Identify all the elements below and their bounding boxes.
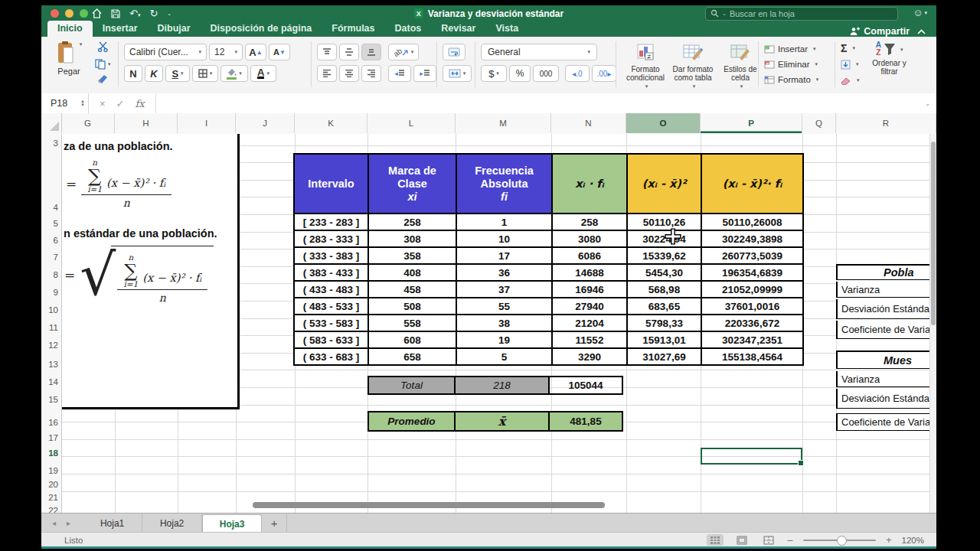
- merge-cells-button[interactable]: ▾: [443, 65, 472, 82]
- table-cell[interactable]: 21204: [552, 315, 627, 331]
- page-layout-view-icon[interactable]: [733, 534, 750, 546]
- row-header-7[interactable]: 7: [54, 253, 58, 262]
- column-header-n[interactable]: N: [551, 113, 626, 133]
- table-cell[interactable]: 31027,69: [627, 348, 701, 365]
- table-cell[interactable]: 50110,26008: [701, 214, 803, 230]
- decrease-indent-button[interactable]: ◂: [388, 65, 411, 82]
- grow-font-button[interactable]: A▲: [245, 44, 266, 60]
- tab-vista[interactable]: Vista: [485, 21, 528, 37]
- poblacion-varianza-cell[interactable]: Varianza: [836, 282, 936, 298]
- table-cell[interactable]: ( 283 - 333 ]: [294, 230, 368, 247]
- promedio-symbol-cell[interactable]: x̄: [454, 411, 550, 432]
- cancel-icon[interactable]: ×: [100, 98, 106, 109]
- tab-inicio[interactable]: Inicio: [47, 21, 93, 37]
- font-size-select[interactable]: 12▾: [209, 44, 243, 60]
- promedio-label-cell[interactable]: Promedio: [368, 411, 456, 432]
- row-header-17[interactable]: 17: [48, 433, 58, 442]
- number-format-select[interactable]: General▾: [481, 44, 597, 60]
- muestra-varianza-cell[interactable]: Varianza: [836, 371, 936, 387]
- borders-button[interactable]: ▾: [192, 65, 218, 82]
- selected-cell-p18[interactable]: [701, 448, 802, 465]
- percent-button[interactable]: %: [509, 65, 531, 82]
- table-cell[interactable]: 220336,672: [701, 315, 803, 331]
- table-cell[interactable]: 608: [368, 331, 456, 348]
- search-box[interactable]: ⌄ Buscar en la hoja: [705, 7, 898, 21]
- tab-dibujar[interactable]: Dibujar: [148, 21, 201, 37]
- poblacion-coeficiente-cell[interactable]: Coeficiente de Varia: [836, 321, 936, 339]
- shrink-font-button[interactable]: A▼: [269, 44, 290, 60]
- table-cell[interactable]: 14688: [552, 264, 627, 281]
- table-cell[interactable]: ( 483 - 533 ]: [294, 298, 368, 315]
- table-cell[interactable]: 408: [368, 264, 456, 281]
- row-header-16[interactable]: 16: [48, 418, 58, 427]
- zoom-slider[interactable]: [803, 540, 876, 541]
- table-cell[interactable]: 10: [456, 230, 552, 247]
- cut-icon[interactable]: [97, 41, 109, 55]
- copy-icon[interactable]: ▾: [95, 59, 111, 70]
- select-all-corner[interactable]: [41, 113, 62, 133]
- column-header-g[interactable]: G: [61, 113, 115, 133]
- thousands-button[interactable]: 000: [533, 65, 559, 82]
- table-cell[interactable]: 6086: [552, 247, 627, 264]
- tab-insertar[interactable]: Insertar: [93, 21, 148, 37]
- row-header-13[interactable]: 13: [48, 360, 58, 369]
- fill-handle[interactable]: [798, 460, 804, 466]
- muestra-title-cell[interactable]: Mues: [836, 350, 936, 369]
- table-cell[interactable]: 38: [456, 315, 552, 331]
- page-break-view-icon[interactable]: [760, 534, 777, 546]
- insert-cells-button[interactable]: Insertar▾: [764, 41, 818, 57]
- poblacion-title-cell[interactable]: Pobla: [836, 264, 936, 280]
- table-cell[interactable]: 5: [456, 348, 552, 365]
- align-left-button[interactable]: [317, 65, 337, 82]
- feedback-smiley-icon[interactable]: ☺▾: [913, 7, 927, 18]
- table-cell[interactable]: 36: [456, 264, 552, 281]
- wrap-text-button[interactable]: [443, 44, 466, 60]
- formula-bar-expand-icon[interactable]: ⌄: [925, 100, 936, 107]
- italic-button[interactable]: K: [145, 65, 163, 82]
- table-cell[interactable]: 658: [368, 348, 456, 365]
- column-header-q[interactable]: Q: [802, 113, 836, 133]
- table-cell[interactable]: 1: [456, 214, 552, 230]
- row-header-9[interactable]: 9: [54, 288, 58, 297]
- column-header-i[interactable]: I: [178, 113, 236, 133]
- table-cell[interactable]: 683,65: [627, 298, 701, 315]
- insert-function-icon[interactable]: fx: [136, 98, 145, 109]
- header-frecuencia[interactable]: FrecuenciaAbsolutafi: [456, 154, 552, 214]
- share-button[interactable]: Compartir: [849, 26, 910, 37]
- table-cell[interactable]: 17: [456, 247, 552, 264]
- row-header-3[interactable]: 3: [54, 139, 58, 148]
- table-cell[interactable]: ( 633 - 683 ]: [294, 348, 368, 365]
- row-header-18[interactable]: 18: [48, 448, 58, 458]
- table-cell[interactable]: 260773,5039: [701, 247, 803, 264]
- table-cell[interactable]: 558: [368, 315, 456, 331]
- horizontal-scrollbar-thumb[interactable]: [253, 502, 605, 508]
- home-icon[interactable]: [92, 8, 102, 18]
- underline-button[interactable]: S▾: [165, 65, 190, 82]
- format-as-table-button[interactable]: Dar formato como tabla▾: [669, 43, 717, 90]
- increase-decimal-button[interactable]: ◂.0: [565, 65, 590, 82]
- table-cell[interactable]: 302347,2351: [701, 331, 803, 348]
- muestra-coeficiente-cell[interactable]: Coeficiente de Varia: [836, 413, 936, 431]
- row-header-15[interactable]: 15: [48, 395, 58, 404]
- tab-datos[interactable]: Datos: [385, 21, 432, 37]
- align-middle-button[interactable]: [339, 44, 359, 60]
- autosum-button[interactable]: Σ▾: [841, 41, 860, 55]
- collapse-ribbon-icon[interactable]: [917, 26, 926, 37]
- table-cell[interactable]: 19: [456, 331, 552, 348]
- table-cell[interactable]: 5454,30: [627, 264, 701, 281]
- row-header-21[interactable]: 21: [48, 493, 58, 502]
- maximize-button[interactable]: [80, 9, 88, 18]
- column-header-h[interactable]: H: [115, 113, 178, 133]
- conditional-format-button[interactable]: ≠ Formato condicional▾: [622, 43, 669, 90]
- sheet-tab-hoja1[interactable]: Hoja1: [83, 514, 142, 533]
- table-cell[interactable]: 308: [368, 230, 456, 247]
- name-box[interactable]: P18 ▲▼: [41, 93, 89, 113]
- table-cell[interactable]: 258: [368, 214, 456, 230]
- table-cell[interactable]: 55: [456, 298, 552, 315]
- minimize-button[interactable]: [65, 9, 74, 18]
- poblacion-desviacion-cell[interactable]: Desviación Estánda: [836, 299, 936, 319]
- table-cell[interactable]: 3290: [552, 348, 627, 365]
- increase-indent-button[interactable]: ▸: [413, 65, 436, 82]
- table-cell[interactable]: ( 333 - 383 ]: [294, 247, 368, 264]
- enter-icon[interactable]: ✓: [116, 98, 125, 109]
